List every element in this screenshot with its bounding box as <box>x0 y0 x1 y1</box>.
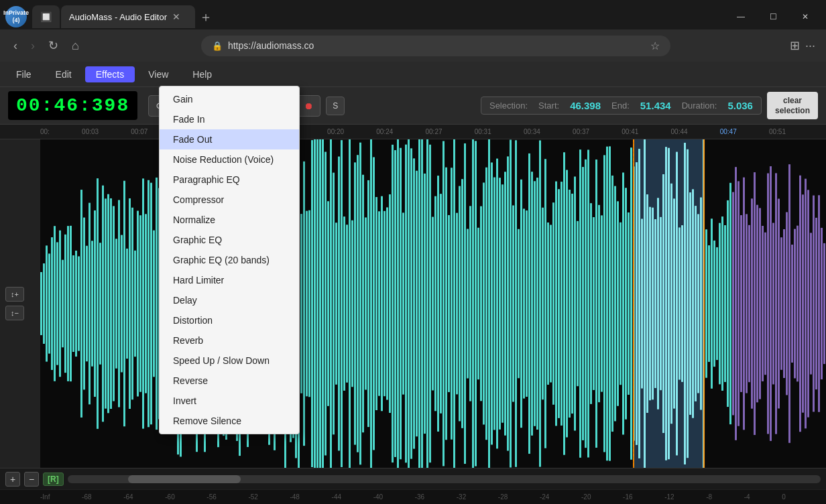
time-display: 00:46:398 <box>8 91 137 120</box>
menu-bar: File Edit Effects View Help <box>0 62 826 87</box>
home-button[interactable]: ⌂ <box>69 36 82 56</box>
menu-edit[interactable]: Edit <box>45 66 82 82</box>
track-controls: ↕+ ↕− <box>0 139 40 468</box>
effect-graphic-eq-20[interactable]: Graphic EQ (20 bands) <box>160 250 299 270</box>
close-button[interactable]: ✕ <box>790 5 821 28</box>
profile-label: InPrivate (4) <box>3 9 29 24</box>
effect-distortion[interactable]: Distortion <box>160 310 299 330</box>
profile-button[interactable]: InPrivate (4) <box>5 6 27 27</box>
selection-info: Selection: Start: 46.398 End: 51.434 Dur… <box>481 97 762 115</box>
duration-label: Duration: <box>682 101 717 111</box>
effect-compressor[interactable]: Compressor <box>160 190 299 210</box>
menu-effects[interactable]: Effects <box>85 66 135 82</box>
url-text: https://audiomass.co <box>228 40 314 51</box>
selection-label: Selection: <box>489 101 528 111</box>
vu-labels: -Inf -68 -64 -60 -56 -52 -48 -44 -40 -36… <box>40 493 786 501</box>
record-button[interactable]: ⏺ <box>296 95 320 117</box>
clear-selection-button[interactable]: clearselection <box>767 92 818 119</box>
ruler-marks: 00: 00:03 00:07 00:10 00:14 00:17 00:20 … <box>40 128 786 135</box>
start-label: Start: <box>538 101 559 111</box>
effect-invert[interactable]: Invert <box>160 391 299 411</box>
effect-paragraphic-eq[interactable]: Paragraphic EQ <box>160 170 299 190</box>
start-value: 46.398 <box>570 100 601 111</box>
scrollbar-track[interactable] <box>68 475 821 483</box>
tab-title: AudioMass - Audio Editor <box>69 12 167 22</box>
vu-meter: -Inf -68 -64 -60 -56 -52 -48 -44 -40 -36… <box>0 489 826 504</box>
effect-remove-silence[interactable]: Remove Silence <box>160 411 299 431</box>
selection-overlay <box>634 139 704 468</box>
effect-fade-in[interactable]: Fade In <box>160 109 299 129</box>
effect-normalize[interactable]: Normalize <box>160 210 299 230</box>
favorite-icon[interactable]: ☆ <box>650 40 660 52</box>
end-value: 51.434 <box>640 100 671 111</box>
address-bar[interactable]: 🔒 https://audiomass.co ☆ <box>201 36 670 56</box>
effect-delay[interactable]: Delay <box>160 290 299 310</box>
s-button[interactable]: S <box>326 97 345 115</box>
maximize-button[interactable]: ☐ <box>758 5 788 28</box>
menu-help[interactable]: Help <box>182 66 223 82</box>
active-tab[interactable]: AudioMass - Audio Editor ✕ <box>61 5 195 28</box>
effect-fade-out[interactable]: Fade Out <box>160 129 299 149</box>
bottom-bar: + − [R] <box>0 468 826 489</box>
effect-graphic-eq[interactable]: Graphic EQ <box>160 230 299 250</box>
end-label: End: <box>611 101 630 111</box>
zoom-out-button[interactable]: − <box>24 472 39 487</box>
effect-reverse[interactable]: Reverse <box>160 371 299 391</box>
timeline-ruler: 00: 00:03 00:07 00:10 00:14 00:17 00:20 … <box>0 125 826 139</box>
refresh-button[interactable]: ↻ <box>46 36 61 56</box>
zoom-in-vert-button[interactable]: ↕+ <box>5 287 24 302</box>
new-tab-button[interactable]: ＋ <box>199 8 213 26</box>
back-button[interactable]: ‹ <box>11 36 20 56</box>
tab-close-button[interactable]: ✕ <box>172 11 180 22</box>
duration-value: 5.036 <box>727 100 753 111</box>
r-button[interactable]: [R] <box>43 472 64 486</box>
menu-view[interactable]: View <box>137 66 179 82</box>
forward-button[interactable]: › <box>28 36 38 56</box>
waveform-canvas-element[interactable] <box>40 139 826 468</box>
menu-file[interactable]: File <box>5 66 42 82</box>
minimize-button[interactable]: — <box>725 5 756 28</box>
side-controls: ↕+ ↕− <box>5 287 24 320</box>
effect-speed-up[interactable]: Speed Up / Slow Down <box>160 351 299 371</box>
zoom-out-vert-button[interactable]: ↕− <box>5 306 24 320</box>
waveform-canvas[interactable] <box>40 139 826 468</box>
extensions-icon[interactable]: ⊞ <box>790 38 800 53</box>
effect-noise-reduction[interactable]: Noise Reduction (Voice) <box>160 149 299 170</box>
effect-gain[interactable]: Gain <box>160 89 299 109</box>
zoom-in-button[interactable]: + <box>5 472 20 487</box>
effect-reverb[interactable]: Reverb <box>160 330 299 351</box>
effects-dropdown: Gain Fade In Fade Out Noise Reduction (V… <box>159 86 300 434</box>
more-tools-icon[interactable]: ··· <box>805 39 815 53</box>
waveform-container[interactable]: ↕+ ↕− <box>0 139 826 468</box>
scrollbar-thumb[interactable] <box>128 475 241 483</box>
effect-hard-limiter[interactable]: Hard Limiter <box>160 270 299 290</box>
toolbar: 00:46:398 ⟳ ⏮ ⏭ ⏮ ⏭ ⏺ S Selection: Start… <box>0 87 826 125</box>
lock-icon: 🔒 <box>212 41 223 51</box>
tab-favicon: 🔲 <box>32 5 60 28</box>
playhead <box>634 139 634 468</box>
